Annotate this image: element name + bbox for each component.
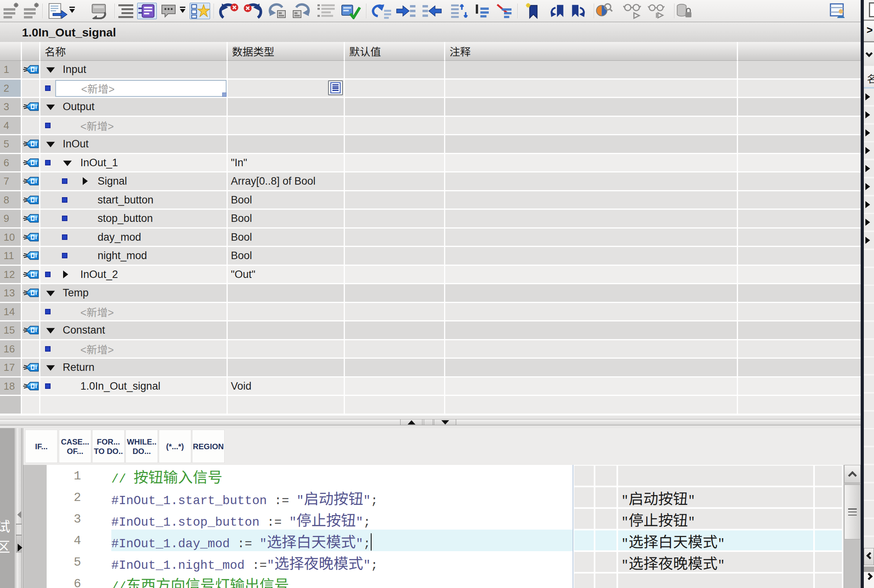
name-edit-cell[interactable]: <新增> xyxy=(55,80,227,97)
collapse-left-icon[interactable] xyxy=(17,511,21,518)
name-cell[interactable]: 1.0In_Out_signal xyxy=(40,377,228,396)
table-row-start_button[interactable]: 8start_buttonBool xyxy=(0,191,861,210)
right-panel-row[interactable] xyxy=(864,178,874,195)
right-panel-row[interactable] xyxy=(864,501,874,517)
right-panel-row[interactable] xyxy=(864,125,874,141)
row-number-cell[interactable]: 10 xyxy=(0,229,22,247)
default-value-cell[interactable] xyxy=(345,377,445,396)
data-type-cell[interactable] xyxy=(228,303,345,322)
data-type-cell[interactable] xyxy=(228,135,345,154)
table-row-Return[interactable]: 17Return xyxy=(0,359,861,377)
right-panel-row[interactable] xyxy=(864,412,874,428)
export-source-button[interactable] xyxy=(46,3,76,19)
default-value-cell[interactable] xyxy=(345,266,445,285)
name-cell[interactable]: start_button xyxy=(40,191,228,210)
name-cell[interactable]: Temp xyxy=(40,284,228,303)
default-value-cell[interactable] xyxy=(345,117,445,136)
default-value-cell[interactable] xyxy=(345,98,445,117)
keep-actual-values-button[interactable] xyxy=(88,3,110,19)
code-line-1[interactable]: 1// 按钮输入信号 xyxy=(23,465,843,486)
right-panel-row[interactable] xyxy=(864,483,874,500)
data-type-cell[interactable] xyxy=(228,359,345,377)
table-row-Input[interactable]: 1Input xyxy=(0,61,861,80)
monitor-on-button[interactable] xyxy=(623,3,642,19)
bookmark-previous-button[interactable] xyxy=(549,3,565,19)
table-row-InOut[interactable]: 5InOut xyxy=(0,135,861,154)
comment-cell[interactable] xyxy=(445,303,738,322)
code-vertical-scrollbar[interactable] xyxy=(843,465,861,588)
splitter-collapse-up-button[interactable] xyxy=(400,419,422,425)
right-panel-row[interactable] xyxy=(864,286,874,302)
comment-cell[interactable] xyxy=(445,229,738,247)
default-value-cell[interactable] xyxy=(345,359,445,377)
snippet-button-if[interactable]: IF... xyxy=(25,430,58,463)
snippet-button-caseof[interactable]: CASE... OF... xyxy=(59,430,91,463)
name-cell[interactable]: <新增> xyxy=(40,117,228,136)
collapse-triangle-icon[interactable] xyxy=(46,365,55,371)
row-number-cell[interactable]: 1 xyxy=(0,61,22,80)
comment-cell[interactable] xyxy=(445,117,738,136)
code-line-3[interactable]: 3#InOut_1.stop_button := "停止按钮";"停止按钮" xyxy=(23,508,843,530)
name-cell[interactable]: <新增> xyxy=(40,303,228,322)
data-type-cell[interactable] xyxy=(228,61,345,80)
right-panel-row[interactable] xyxy=(864,358,874,374)
block-interface-button[interactable] xyxy=(137,3,157,19)
bookmark-next-button[interactable] xyxy=(571,3,586,19)
default-value-cell[interactable] xyxy=(345,303,445,322)
right-panel-row[interactable] xyxy=(864,250,874,267)
show-hidden-lines-button[interactable] xyxy=(316,3,336,19)
name-cell[interactable]: stop_button xyxy=(40,210,228,229)
data-type-cell[interactable]: "Out" xyxy=(228,266,345,285)
protect-block-button[interactable] xyxy=(676,3,692,19)
data-type-cell[interactable] xyxy=(228,80,345,98)
expand-triangle-icon[interactable] xyxy=(865,111,870,118)
code-line-6[interactable]: 6//东西方向信号灯输出信号 xyxy=(23,573,843,588)
row-number-cell[interactable]: 6 xyxy=(0,154,22,173)
indent-left-button[interactable] xyxy=(422,3,442,19)
data-type-cell[interactable]: Array[0..8] of Bool xyxy=(228,172,345,191)
column-header-default[interactable]: 默认值 xyxy=(345,42,445,61)
default-value-cell[interactable] xyxy=(345,229,445,247)
row-number-cell[interactable]: 14 xyxy=(0,303,22,322)
format-code-button[interactable] xyxy=(450,3,469,19)
name-cell[interactable]: InOut_2 xyxy=(40,266,228,285)
collapse-triangle-icon[interactable] xyxy=(63,160,72,166)
expand-triangle-icon[interactable] xyxy=(83,177,88,185)
default-value-cell[interactable] xyxy=(345,80,445,98)
table-row-empty[interactable] xyxy=(0,396,861,415)
expand-triangle-icon[interactable] xyxy=(865,237,870,244)
comment-cell[interactable] xyxy=(445,396,738,415)
compile-button[interactable] xyxy=(340,3,361,19)
row-number-cell[interactable]: 2 xyxy=(0,80,22,98)
comment-cell[interactable] xyxy=(445,210,738,229)
right-panel-expand-header[interactable] xyxy=(864,42,874,66)
monitor-favorites-button[interactable] xyxy=(190,3,210,19)
table-row-1.0In_Out_signal[interactable]: 181.0In_Out_signalVoid xyxy=(0,377,861,396)
comment-cell[interactable] xyxy=(445,80,738,98)
scroll-up-button[interactable] xyxy=(844,465,861,483)
name-cell[interactable]: <新增> xyxy=(40,80,228,98)
row-number-cell[interactable]: 8 xyxy=(0,191,22,210)
data-type-cell[interactable]: Void xyxy=(228,377,345,396)
name-cell[interactable]: Input xyxy=(40,61,228,80)
splitter-grip[interactable] xyxy=(424,419,433,425)
snippet-button-whiledo[interactable]: WHILE.. DO... xyxy=(125,430,158,463)
right-panel-row[interactable] xyxy=(864,429,874,446)
data-type-picker-button[interactable] xyxy=(328,80,343,95)
expand-right-icon[interactable] xyxy=(18,544,22,552)
table-row-Output[interactable]: 3Output xyxy=(0,98,861,117)
table-row-<新增>[interactable]: 2<新增> xyxy=(0,80,861,98)
data-type-cell[interactable] xyxy=(228,98,345,117)
name-cell[interactable]: Output xyxy=(40,98,228,117)
column-header-extra[interactable] xyxy=(738,42,861,61)
data-type-cell[interactable] xyxy=(228,396,345,415)
undo-error-button[interactable] xyxy=(218,3,239,19)
row-number-cell[interactable]: 11 xyxy=(0,247,22,266)
left-pane-splitter-handle[interactable] xyxy=(16,428,22,588)
comment-cell[interactable] xyxy=(445,247,738,266)
collapse-triangle-icon[interactable] xyxy=(46,67,55,73)
right-panel-top-button[interactable] xyxy=(869,2,874,17)
name-cell[interactable]: Constant xyxy=(40,321,228,340)
right-panel-row[interactable] xyxy=(864,304,874,320)
data-type-cell[interactable]: Bool xyxy=(228,210,345,229)
